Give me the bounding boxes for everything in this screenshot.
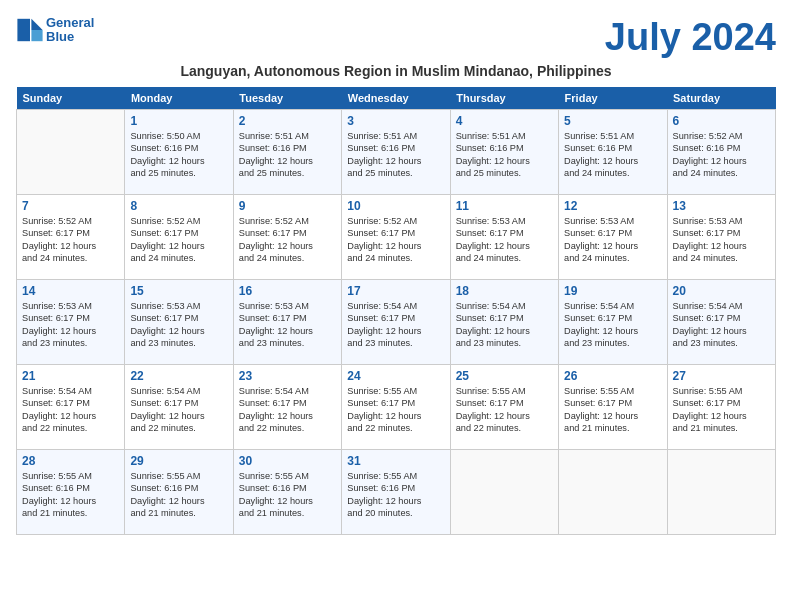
calendar-cell: 2Sunrise: 5:51 AM Sunset: 6:16 PM Daylig…: [233, 110, 341, 195]
day-number: 30: [239, 454, 336, 468]
calendar-cell: 17Sunrise: 5:54 AM Sunset: 6:17 PM Dayli…: [342, 280, 450, 365]
logo-line1: General: [46, 16, 94, 30]
weekday-header-wednesday: Wednesday: [342, 87, 450, 110]
day-info: Sunrise: 5:51 AM Sunset: 6:16 PM Dayligh…: [347, 130, 444, 180]
weekday-header-sunday: Sunday: [17, 87, 125, 110]
day-number: 11: [456, 199, 553, 213]
day-number: 13: [673, 199, 770, 213]
calendar-cell: 29Sunrise: 5:55 AM Sunset: 6:16 PM Dayli…: [125, 450, 233, 535]
day-info: Sunrise: 5:53 AM Sunset: 6:17 PM Dayligh…: [130, 300, 227, 350]
calendar-cell: 3Sunrise: 5:51 AM Sunset: 6:16 PM Daylig…: [342, 110, 450, 195]
calendar-cell: 23Sunrise: 5:54 AM Sunset: 6:17 PM Dayli…: [233, 365, 341, 450]
calendar-cell: 6Sunrise: 5:52 AM Sunset: 6:16 PM Daylig…: [667, 110, 775, 195]
page-header: General Blue July 2024: [16, 16, 776, 59]
calendar-cell: 11Sunrise: 5:53 AM Sunset: 6:17 PM Dayli…: [450, 195, 558, 280]
calendar-cell: 5Sunrise: 5:51 AM Sunset: 6:16 PM Daylig…: [559, 110, 667, 195]
calendar-cell: 27Sunrise: 5:55 AM Sunset: 6:17 PM Dayli…: [667, 365, 775, 450]
calendar-week-3: 14Sunrise: 5:53 AM Sunset: 6:17 PM Dayli…: [17, 280, 776, 365]
day-number: 12: [564, 199, 661, 213]
day-number: 17: [347, 284, 444, 298]
weekday-header-row: SundayMondayTuesdayWednesdayThursdayFrid…: [17, 87, 776, 110]
logo: General Blue: [16, 16, 94, 45]
day-info: Sunrise: 5:52 AM Sunset: 6:16 PM Dayligh…: [673, 130, 770, 180]
weekday-header-monday: Monday: [125, 87, 233, 110]
calendar-header: SundayMondayTuesdayWednesdayThursdayFrid…: [17, 87, 776, 110]
calendar-cell: 24Sunrise: 5:55 AM Sunset: 6:17 PM Dayli…: [342, 365, 450, 450]
calendar-cell: 4Sunrise: 5:51 AM Sunset: 6:16 PM Daylig…: [450, 110, 558, 195]
calendar-cell: 30Sunrise: 5:55 AM Sunset: 6:16 PM Dayli…: [233, 450, 341, 535]
day-info: Sunrise: 5:53 AM Sunset: 6:17 PM Dayligh…: [456, 215, 553, 265]
day-number: 8: [130, 199, 227, 213]
calendar-cell: 18Sunrise: 5:54 AM Sunset: 6:17 PM Dayli…: [450, 280, 558, 365]
day-info: Sunrise: 5:55 AM Sunset: 6:17 PM Dayligh…: [673, 385, 770, 435]
day-info: Sunrise: 5:50 AM Sunset: 6:16 PM Dayligh…: [130, 130, 227, 180]
day-info: Sunrise: 5:53 AM Sunset: 6:17 PM Dayligh…: [22, 300, 119, 350]
calendar-cell: 22Sunrise: 5:54 AM Sunset: 6:17 PM Dayli…: [125, 365, 233, 450]
calendar-cell: 12Sunrise: 5:53 AM Sunset: 6:17 PM Dayli…: [559, 195, 667, 280]
weekday-header-friday: Friday: [559, 87, 667, 110]
day-number: 22: [130, 369, 227, 383]
day-number: 10: [347, 199, 444, 213]
day-info: Sunrise: 5:52 AM Sunset: 6:17 PM Dayligh…: [22, 215, 119, 265]
day-info: Sunrise: 5:52 AM Sunset: 6:17 PM Dayligh…: [130, 215, 227, 265]
day-number: 14: [22, 284, 119, 298]
calendar-cell: 19Sunrise: 5:54 AM Sunset: 6:17 PM Dayli…: [559, 280, 667, 365]
day-info: Sunrise: 5:54 AM Sunset: 6:17 PM Dayligh…: [347, 300, 444, 350]
calendar-cell: 13Sunrise: 5:53 AM Sunset: 6:17 PM Dayli…: [667, 195, 775, 280]
day-number: 16: [239, 284, 336, 298]
day-info: Sunrise: 5:52 AM Sunset: 6:17 PM Dayligh…: [347, 215, 444, 265]
day-info: Sunrise: 5:52 AM Sunset: 6:17 PM Dayligh…: [239, 215, 336, 265]
calendar-cell: [450, 450, 558, 535]
day-info: Sunrise: 5:55 AM Sunset: 6:16 PM Dayligh…: [22, 470, 119, 520]
day-number: 9: [239, 199, 336, 213]
calendar-cell: 16Sunrise: 5:53 AM Sunset: 6:17 PM Dayli…: [233, 280, 341, 365]
logo-text: General Blue: [46, 16, 94, 45]
weekday-header-tuesday: Tuesday: [233, 87, 341, 110]
day-info: Sunrise: 5:54 AM Sunset: 6:17 PM Dayligh…: [456, 300, 553, 350]
day-number: 18: [456, 284, 553, 298]
calendar-table: SundayMondayTuesdayWednesdayThursdayFrid…: [16, 87, 776, 535]
day-number: 19: [564, 284, 661, 298]
weekday-header-saturday: Saturday: [667, 87, 775, 110]
day-info: Sunrise: 5:53 AM Sunset: 6:17 PM Dayligh…: [564, 215, 661, 265]
calendar-cell: 9Sunrise: 5:52 AM Sunset: 6:17 PM Daylig…: [233, 195, 341, 280]
calendar-week-2: 7Sunrise: 5:52 AM Sunset: 6:17 PM Daylig…: [17, 195, 776, 280]
calendar-week-5: 28Sunrise: 5:55 AM Sunset: 6:16 PM Dayli…: [17, 450, 776, 535]
day-number: 27: [673, 369, 770, 383]
day-info: Sunrise: 5:55 AM Sunset: 6:16 PM Dayligh…: [347, 470, 444, 520]
day-number: 1: [130, 114, 227, 128]
day-number: 29: [130, 454, 227, 468]
day-number: 31: [347, 454, 444, 468]
day-info: Sunrise: 5:55 AM Sunset: 6:16 PM Dayligh…: [239, 470, 336, 520]
calendar-cell: 8Sunrise: 5:52 AM Sunset: 6:17 PM Daylig…: [125, 195, 233, 280]
day-number: 23: [239, 369, 336, 383]
day-number: 21: [22, 369, 119, 383]
day-info: Sunrise: 5:53 AM Sunset: 6:17 PM Dayligh…: [673, 215, 770, 265]
calendar-week-1: 1Sunrise: 5:50 AM Sunset: 6:16 PM Daylig…: [17, 110, 776, 195]
day-number: 28: [22, 454, 119, 468]
day-info: Sunrise: 5:54 AM Sunset: 6:17 PM Dayligh…: [130, 385, 227, 435]
day-info: Sunrise: 5:55 AM Sunset: 6:17 PM Dayligh…: [564, 385, 661, 435]
calendar-cell: 7Sunrise: 5:52 AM Sunset: 6:17 PM Daylig…: [17, 195, 125, 280]
generalblue-logo-icon: [16, 16, 44, 44]
day-info: Sunrise: 5:53 AM Sunset: 6:17 PM Dayligh…: [239, 300, 336, 350]
day-info: Sunrise: 5:51 AM Sunset: 6:16 PM Dayligh…: [456, 130, 553, 180]
logo-line2: Blue: [46, 30, 94, 44]
day-number: 26: [564, 369, 661, 383]
day-number: 24: [347, 369, 444, 383]
day-info: Sunrise: 5:54 AM Sunset: 6:17 PM Dayligh…: [22, 385, 119, 435]
calendar-cell: 1Sunrise: 5:50 AM Sunset: 6:16 PM Daylig…: [125, 110, 233, 195]
day-number: 15: [130, 284, 227, 298]
day-number: 20: [673, 284, 770, 298]
day-number: 4: [456, 114, 553, 128]
day-number: 5: [564, 114, 661, 128]
calendar-cell: 28Sunrise: 5:55 AM Sunset: 6:16 PM Dayli…: [17, 450, 125, 535]
calendar-week-4: 21Sunrise: 5:54 AM Sunset: 6:17 PM Dayli…: [17, 365, 776, 450]
day-info: Sunrise: 5:55 AM Sunset: 6:17 PM Dayligh…: [347, 385, 444, 435]
day-info: Sunrise: 5:51 AM Sunset: 6:16 PM Dayligh…: [564, 130, 661, 180]
calendar-cell: 26Sunrise: 5:55 AM Sunset: 6:17 PM Dayli…: [559, 365, 667, 450]
day-number: 25: [456, 369, 553, 383]
month-year-title: July 2024: [605, 16, 776, 59]
day-info: Sunrise: 5:54 AM Sunset: 6:17 PM Dayligh…: [239, 385, 336, 435]
calendar-cell: [559, 450, 667, 535]
